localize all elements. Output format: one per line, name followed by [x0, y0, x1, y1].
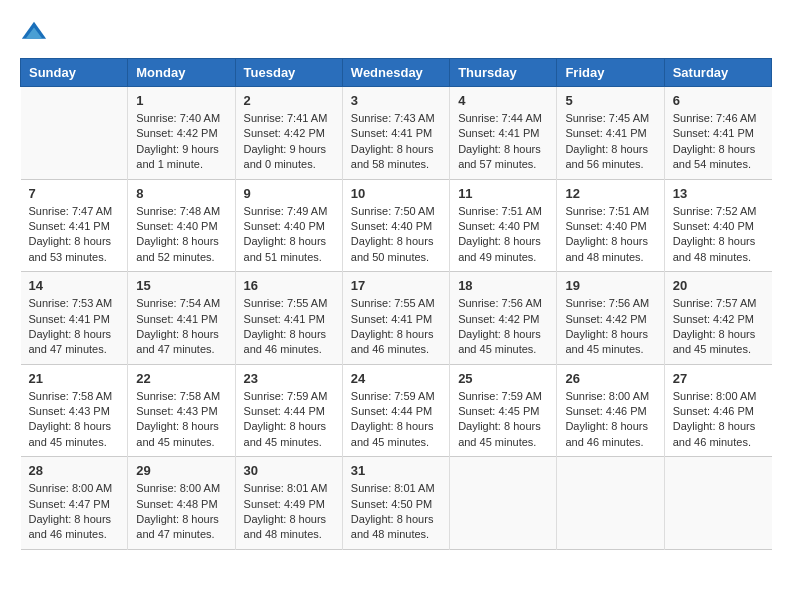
calendar-cell: 30Sunrise: 8:01 AMSunset: 4:49 PMDayligh…	[235, 457, 342, 550]
calendar-cell: 5Sunrise: 7:45 AMSunset: 4:41 PMDaylight…	[557, 87, 664, 180]
day-number: 18	[458, 278, 548, 293]
day-detail: Sunrise: 7:58 AMSunset: 4:43 PMDaylight:…	[136, 389, 226, 451]
calendar-cell: 8Sunrise: 7:48 AMSunset: 4:40 PMDaylight…	[128, 179, 235, 272]
calendar-cell: 15Sunrise: 7:54 AMSunset: 4:41 PMDayligh…	[128, 272, 235, 365]
day-detail: Sunrise: 8:01 AMSunset: 4:50 PMDaylight:…	[351, 481, 441, 543]
calendar-cell: 23Sunrise: 7:59 AMSunset: 4:44 PMDayligh…	[235, 364, 342, 457]
calendar-week-row: 7Sunrise: 7:47 AMSunset: 4:41 PMDaylight…	[21, 179, 772, 272]
day-number: 28	[29, 463, 120, 478]
calendar-cell: 25Sunrise: 7:59 AMSunset: 4:45 PMDayligh…	[450, 364, 557, 457]
day-number: 26	[565, 371, 655, 386]
day-detail: Sunrise: 7:56 AMSunset: 4:42 PMDaylight:…	[458, 296, 548, 358]
day-detail: Sunrise: 7:57 AMSunset: 4:42 PMDaylight:…	[673, 296, 764, 358]
day-detail: Sunrise: 7:55 AMSunset: 4:41 PMDaylight:…	[351, 296, 441, 358]
calendar-cell: 4Sunrise: 7:44 AMSunset: 4:41 PMDaylight…	[450, 87, 557, 180]
calendar-cell: 2Sunrise: 7:41 AMSunset: 4:42 PMDaylight…	[235, 87, 342, 180]
logo	[20, 20, 52, 48]
col-header-monday: Monday	[128, 59, 235, 87]
col-header-friday: Friday	[557, 59, 664, 87]
calendar-cell: 18Sunrise: 7:56 AMSunset: 4:42 PMDayligh…	[450, 272, 557, 365]
calendar-cell: 9Sunrise: 7:49 AMSunset: 4:40 PMDaylight…	[235, 179, 342, 272]
day-number: 5	[565, 93, 655, 108]
col-header-wednesday: Wednesday	[342, 59, 449, 87]
day-number: 24	[351, 371, 441, 386]
day-detail: Sunrise: 8:01 AMSunset: 4:49 PMDaylight:…	[244, 481, 334, 543]
day-detail: Sunrise: 7:47 AMSunset: 4:41 PMDaylight:…	[29, 204, 120, 266]
day-number: 23	[244, 371, 334, 386]
calendar-week-row: 28Sunrise: 8:00 AMSunset: 4:47 PMDayligh…	[21, 457, 772, 550]
calendar-cell: 27Sunrise: 8:00 AMSunset: 4:46 PMDayligh…	[664, 364, 771, 457]
day-detail: Sunrise: 7:51 AMSunset: 4:40 PMDaylight:…	[565, 204, 655, 266]
day-detail: Sunrise: 8:00 AMSunset: 4:46 PMDaylight:…	[673, 389, 764, 451]
day-detail: Sunrise: 7:59 AMSunset: 4:45 PMDaylight:…	[458, 389, 548, 451]
col-header-thursday: Thursday	[450, 59, 557, 87]
day-detail: Sunrise: 8:00 AMSunset: 4:47 PMDaylight:…	[29, 481, 120, 543]
day-detail: Sunrise: 7:59 AMSunset: 4:44 PMDaylight:…	[244, 389, 334, 451]
day-detail: Sunrise: 7:53 AMSunset: 4:41 PMDaylight:…	[29, 296, 120, 358]
col-header-sunday: Sunday	[21, 59, 128, 87]
calendar-cell: 7Sunrise: 7:47 AMSunset: 4:41 PMDaylight…	[21, 179, 128, 272]
calendar-cell: 3Sunrise: 7:43 AMSunset: 4:41 PMDaylight…	[342, 87, 449, 180]
day-number: 15	[136, 278, 226, 293]
calendar-cell: 24Sunrise: 7:59 AMSunset: 4:44 PMDayligh…	[342, 364, 449, 457]
day-detail: Sunrise: 7:56 AMSunset: 4:42 PMDaylight:…	[565, 296, 655, 358]
day-number: 1	[136, 93, 226, 108]
day-number: 9	[244, 186, 334, 201]
col-header-saturday: Saturday	[664, 59, 771, 87]
calendar-cell: 20Sunrise: 7:57 AMSunset: 4:42 PMDayligh…	[664, 272, 771, 365]
calendar-cell	[664, 457, 771, 550]
logo-icon	[20, 20, 48, 48]
day-number: 12	[565, 186, 655, 201]
calendar-cell: 1Sunrise: 7:40 AMSunset: 4:42 PMDaylight…	[128, 87, 235, 180]
day-number: 29	[136, 463, 226, 478]
calendar-week-row: 1Sunrise: 7:40 AMSunset: 4:42 PMDaylight…	[21, 87, 772, 180]
day-number: 14	[29, 278, 120, 293]
day-number: 2	[244, 93, 334, 108]
day-number: 27	[673, 371, 764, 386]
calendar-cell	[557, 457, 664, 550]
calendar-cell: 26Sunrise: 8:00 AMSunset: 4:46 PMDayligh…	[557, 364, 664, 457]
day-number: 31	[351, 463, 441, 478]
calendar-cell: 19Sunrise: 7:56 AMSunset: 4:42 PMDayligh…	[557, 272, 664, 365]
day-detail: Sunrise: 7:50 AMSunset: 4:40 PMDaylight:…	[351, 204, 441, 266]
page-header	[20, 20, 772, 48]
calendar-week-row: 14Sunrise: 7:53 AMSunset: 4:41 PMDayligh…	[21, 272, 772, 365]
day-detail: Sunrise: 7:48 AMSunset: 4:40 PMDaylight:…	[136, 204, 226, 266]
calendar-header-row: SundayMondayTuesdayWednesdayThursdayFrid…	[21, 59, 772, 87]
day-detail: Sunrise: 7:46 AMSunset: 4:41 PMDaylight:…	[673, 111, 764, 173]
calendar-week-row: 21Sunrise: 7:58 AMSunset: 4:43 PMDayligh…	[21, 364, 772, 457]
day-number: 13	[673, 186, 764, 201]
day-number: 4	[458, 93, 548, 108]
calendar-cell: 16Sunrise: 7:55 AMSunset: 4:41 PMDayligh…	[235, 272, 342, 365]
day-detail: Sunrise: 7:52 AMSunset: 4:40 PMDaylight:…	[673, 204, 764, 266]
day-detail: Sunrise: 7:43 AMSunset: 4:41 PMDaylight:…	[351, 111, 441, 173]
calendar-cell: 29Sunrise: 8:00 AMSunset: 4:48 PMDayligh…	[128, 457, 235, 550]
calendar-cell: 28Sunrise: 8:00 AMSunset: 4:47 PMDayligh…	[21, 457, 128, 550]
day-detail: Sunrise: 8:00 AMSunset: 4:48 PMDaylight:…	[136, 481, 226, 543]
calendar-cell: 11Sunrise: 7:51 AMSunset: 4:40 PMDayligh…	[450, 179, 557, 272]
day-number: 10	[351, 186, 441, 201]
calendar-cell: 10Sunrise: 7:50 AMSunset: 4:40 PMDayligh…	[342, 179, 449, 272]
calendar-cell: 6Sunrise: 7:46 AMSunset: 4:41 PMDaylight…	[664, 87, 771, 180]
day-detail: Sunrise: 7:41 AMSunset: 4:42 PMDaylight:…	[244, 111, 334, 173]
calendar-table: SundayMondayTuesdayWednesdayThursdayFrid…	[20, 58, 772, 550]
calendar-cell: 14Sunrise: 7:53 AMSunset: 4:41 PMDayligh…	[21, 272, 128, 365]
day-number: 30	[244, 463, 334, 478]
calendar-cell	[21, 87, 128, 180]
calendar-cell: 21Sunrise: 7:58 AMSunset: 4:43 PMDayligh…	[21, 364, 128, 457]
day-detail: Sunrise: 7:49 AMSunset: 4:40 PMDaylight:…	[244, 204, 334, 266]
day-detail: Sunrise: 7:51 AMSunset: 4:40 PMDaylight:…	[458, 204, 548, 266]
day-detail: Sunrise: 7:59 AMSunset: 4:44 PMDaylight:…	[351, 389, 441, 451]
day-number: 20	[673, 278, 764, 293]
day-detail: Sunrise: 7:45 AMSunset: 4:41 PMDaylight:…	[565, 111, 655, 173]
day-detail: Sunrise: 7:44 AMSunset: 4:41 PMDaylight:…	[458, 111, 548, 173]
day-number: 11	[458, 186, 548, 201]
day-number: 21	[29, 371, 120, 386]
day-number: 16	[244, 278, 334, 293]
day-number: 25	[458, 371, 548, 386]
calendar-cell	[450, 457, 557, 550]
day-number: 7	[29, 186, 120, 201]
day-detail: Sunrise: 8:00 AMSunset: 4:46 PMDaylight:…	[565, 389, 655, 451]
calendar-cell: 12Sunrise: 7:51 AMSunset: 4:40 PMDayligh…	[557, 179, 664, 272]
calendar-cell: 17Sunrise: 7:55 AMSunset: 4:41 PMDayligh…	[342, 272, 449, 365]
